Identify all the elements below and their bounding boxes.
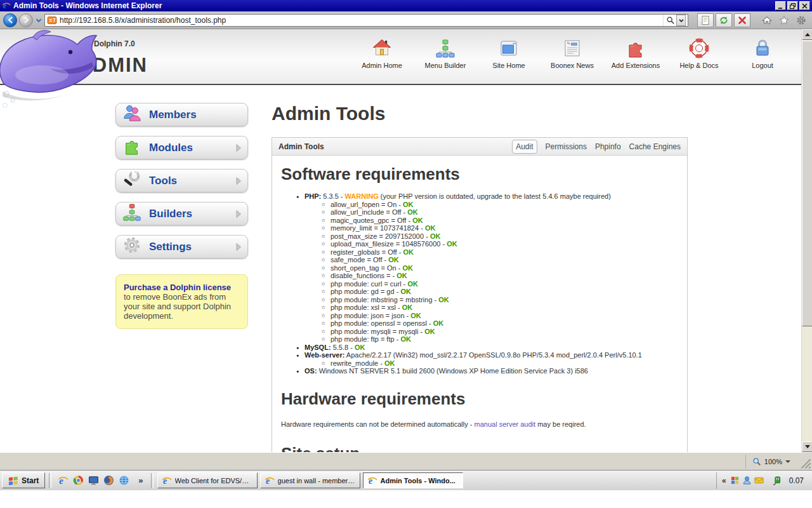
header-nav-label: Admin Home	[362, 62, 402, 69]
minimize-button[interactable]	[775, 1, 786, 10]
settings-icon	[122, 236, 141, 255]
page-title: Admin Tools	[272, 103, 688, 124]
tools-icon	[122, 170, 141, 189]
zoom-control[interactable]: 100%	[745, 455, 797, 469]
tray-collapse-chevron[interactable]: «	[722, 476, 726, 485]
search-icon[interactable]	[666, 16, 675, 25]
purchase-license-link[interactable]: Purchase a Dolphin license	[124, 283, 231, 292]
header-nav-item[interactable]: Admin Home	[350, 38, 414, 69]
taskbar-separator	[151, 473, 154, 488]
header-nav-item[interactable]: Menu Builder	[414, 38, 477, 69]
mail-icon[interactable]	[754, 476, 764, 485]
messenger-icon[interactable]	[742, 476, 752, 485]
php-check-text: memory_limit = 1073741824 -	[331, 224, 423, 232]
header-nav-item[interactable]: Help & Docs	[667, 38, 731, 69]
header-nav-item[interactable]: Logout	[731, 38, 794, 69]
windows-update-icon[interactable]	[730, 476, 740, 485]
search-dropdown-button[interactable]	[676, 15, 686, 26]
chevron-down-icon	[678, 17, 685, 24]
menu-builder-icon	[435, 38, 455, 58]
window-titlebar: e Admin Tools - Windows Internet Explore…	[0, 0, 812, 11]
requirement-os: OS: Windows NT SERVER 5.1 build 2600 (Wi…	[296, 367, 678, 375]
scroll-up-button[interactable]	[802, 29, 812, 40]
php-check-text: short_open_tag = On -	[331, 264, 400, 272]
status-bar: 100%	[0, 452, 812, 470]
php-check-item: php module: xsl = xsl - OK	[322, 304, 678, 312]
admin-sidebar: Members Modules Tools	[115, 103, 249, 329]
sidebar-item[interactable]: Members	[115, 103, 248, 126]
chevron-right-icon	[235, 243, 242, 251]
back-button[interactable]	[3, 13, 17, 27]
taskbar-separator	[49, 473, 51, 488]
svg-text:e: e	[3, 1, 7, 10]
task-window-button[interactable]: e Admin Tools - Windo...	[363, 472, 463, 488]
php-check-item: post_max_size = 2097152000 - OK	[322, 232, 678, 241]
quick-launch-item[interactable]	[103, 475, 114, 486]
quick-launch-overflow[interactable]: »	[134, 476, 147, 485]
favorites-button[interactable]	[776, 13, 792, 27]
sidebar-item[interactable]: Tools	[115, 169, 248, 192]
start-label: Start	[22, 476, 39, 485]
search-segment	[663, 15, 686, 26]
task-window-button[interactable]: e guest in wall - membership...	[260, 472, 360, 488]
header-nav-item[interactable]: Boonex News	[540, 38, 604, 69]
sidebar-item[interactable]: Modules	[115, 136, 248, 159]
start-button[interactable]: Start	[2, 472, 45, 488]
plug-icon[interactable]	[771, 476, 782, 486]
panel-tab[interactable]: Permissions	[546, 142, 587, 151]
ie-icon: e	[162, 476, 172, 486]
members-icon	[122, 104, 141, 123]
resize-grip[interactable]	[797, 455, 812, 470]
restore-button[interactable]	[787, 1, 798, 10]
browser-toolbar	[0, 11, 812, 29]
close-button[interactable]	[799, 1, 810, 10]
manual-server-audit-link[interactable]: manual server audit	[475, 420, 536, 428]
sidebar-item[interactable]: Builders	[115, 202, 248, 225]
scrollbar-thumb[interactable]	[802, 41, 812, 326]
header-nav-item[interactable]: Site Home	[477, 38, 540, 69]
task-window-button[interactable]: e Web Client for EDVS/ED...	[157, 472, 258, 488]
home-button[interactable]	[759, 13, 775, 27]
quick-launch-item[interactable]: e	[58, 475, 69, 486]
php-check-text: php module: curl = curl -	[331, 280, 405, 288]
ie-icon: e	[265, 476, 275, 486]
php-check-text: safe_mode = Off -	[331, 256, 386, 264]
page-button[interactable]	[697, 13, 714, 27]
panel-tab[interactable]: Cache Engines	[629, 142, 681, 151]
header-nav-label: Boonex News	[551, 62, 594, 69]
magnifier-icon	[752, 457, 761, 466]
scroll-down-button[interactable]	[802, 441, 812, 452]
mysql-label: MySQL:	[304, 344, 331, 351]
url-input[interactable]	[60, 16, 660, 25]
minimize-icon	[778, 3, 783, 9]
php-check-status: OK	[403, 201, 414, 208]
license-note: Purchase a Dolphin license to remove Boo…	[115, 274, 248, 329]
php-check-item: allow_url_fopen = On - OK	[322, 201, 678, 209]
taskbar: Start e » e Web Client for EDVS/ED...	[0, 470, 812, 490]
vertical-scrollbar[interactable]	[801, 29, 812, 452]
task-window-label: Web Client for EDVS/ED...	[175, 477, 253, 485]
php-check-status: OK	[438, 296, 449, 304]
php-check-text: disable_functions = -	[331, 272, 395, 279]
star-icon	[779, 15, 789, 25]
php-check-text: allow_url_fopen = On -	[331, 201, 401, 208]
quick-launch-item[interactable]	[73, 475, 84, 486]
php-check-item: memory_limit = 1073741824 - OK	[322, 224, 678, 232]
site-favicon-icon	[47, 15, 57, 25]
history-dropdown-button[interactable]	[35, 13, 43, 27]
php-check-item: php module: openssl = openssl - OK	[322, 319, 678, 328]
php-check-status: OK	[400, 335, 411, 343]
refresh-button[interactable]	[716, 13, 732, 27]
php-check-text: php module: mysqli = mysqli -	[331, 328, 422, 335]
tools-menu-button[interactable]	[794, 13, 809, 27]
quick-launch-item[interactable]	[88, 475, 99, 486]
triangle-up-icon	[805, 33, 810, 36]
stop-button[interactable]	[734, 13, 750, 27]
quick-launch-item[interactable]	[119, 475, 129, 486]
panel-tab[interactable]: Audit	[512, 140, 537, 154]
restore-icon	[790, 3, 796, 9]
panel-tab[interactable]: Phpinfo	[595, 142, 621, 151]
forward-button[interactable]	[19, 13, 33, 27]
sidebar-item[interactable]: Settings	[115, 235, 248, 258]
header-nav-item[interactable]: Add Extensions	[604, 38, 667, 69]
